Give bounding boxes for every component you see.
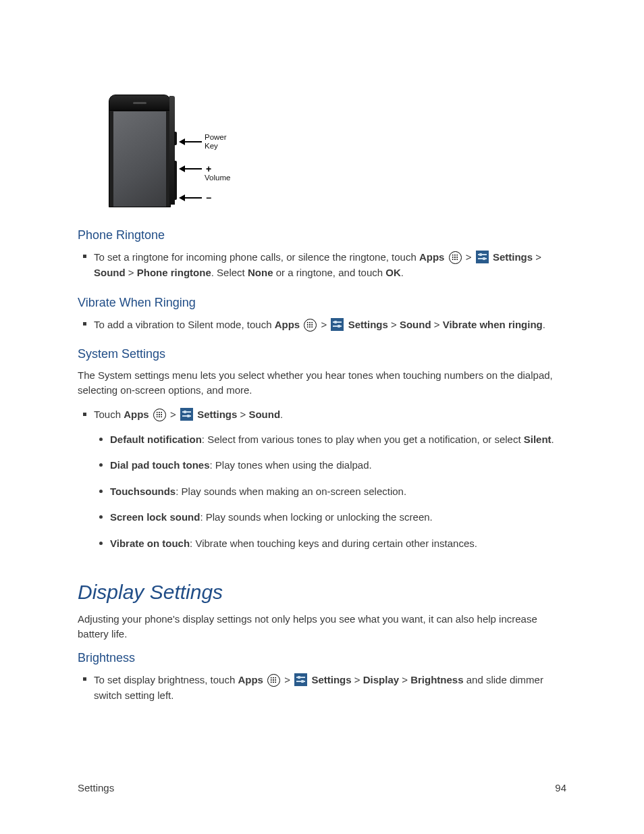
volume-up-callout: + [179,163,211,174]
apps-icon [449,251,462,264]
list-vibrate: To add a vibration to Silent mode, touch… [78,317,566,332]
heading-brightness: Brightness [78,651,566,665]
list-item: To set display brightness, touch Apps > … [78,672,566,704]
list-system: Touch Apps > Settings > Sound. Default n… [78,407,566,551]
document-page: Power Key + Volume − Phone Ringtone To s… [0,0,644,834]
apps-icon [267,674,280,687]
list-item: To add a vibration to Silent mode, touch… [78,317,566,332]
footer-section: Settings [78,782,114,793]
arrow-left-icon [179,166,202,172]
list-brightness: To set display brightness, touch Apps > … [78,672,566,704]
footer-page-number: 94 [555,782,566,793]
system-settings-intro: The System settings menu lets you select… [78,368,566,398]
apps-icon [304,319,317,332]
list-item: Screen lock sound: Play sounds when lock… [94,510,566,525]
power-key-callout: Power Key [179,133,227,150]
list-item: Touch Apps > Settings > Sound. Default n… [78,407,566,551]
heading-phone-ringtone: Phone Ringtone [78,228,566,242]
settings-icon [331,318,344,331]
volume-label-callout: Volume [205,174,230,182]
power-key-illustration [174,132,177,145]
volume-key-illustration [174,161,177,200]
list-item: Default notification: Select from variou… [94,432,566,448]
display-settings-intro: Adjusting your phone's display settings … [78,612,566,642]
list-phone-ringtone: To set a ringtone for incoming phone cal… [78,249,566,281]
volume-label: Volume [205,174,230,182]
phone-body-illustration [109,95,171,207]
list-item: To set a ringtone for incoming phone cal… [78,249,566,281]
list-item: Touchsounds: Play sounds when making an … [94,484,566,500]
page-footer: Settings 94 [78,782,566,793]
sublist-system: Default notification: Select from variou… [94,432,566,552]
heading-system-settings: System Settings [78,347,566,361]
settings-icon [180,408,193,421]
volume-down-callout: − [179,192,211,203]
arrow-left-icon [179,195,202,201]
plus-icon: + [206,163,211,174]
list-item: Vibrate on touch: Vibrate when touching … [94,536,566,552]
heading-display-settings: Display Settings [78,581,566,604]
settings-icon [294,673,307,686]
power-key-label: Power Key [205,133,227,150]
list-item: Dial pad touch tones: Play tones when us… [94,458,566,473]
minus-icon: − [206,192,211,203]
heading-vibrate-when-ringing: Vibrate When Ringing [78,296,566,310]
apps-icon [153,409,166,421]
arrow-left-icon [179,139,202,145]
phone-keys-diagram: Power Key + Volume − [78,95,253,209]
settings-icon [476,251,489,263]
